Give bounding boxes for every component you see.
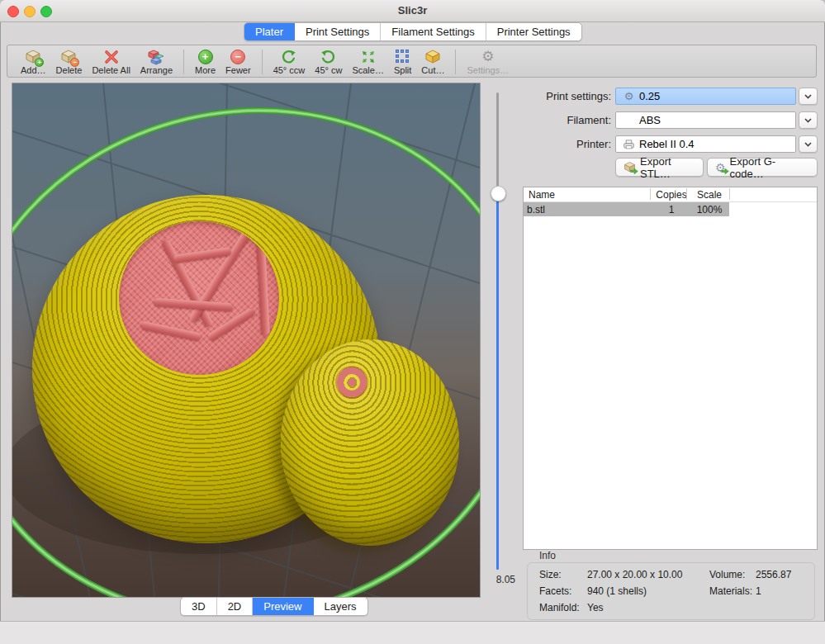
export-stl-button[interactable]: Export STL… <box>615 158 704 177</box>
facets-value: 940 (1 shells) <box>587 585 647 597</box>
column-divider[interactable] <box>686 188 687 200</box>
object-row-selected[interactable]: b.stl 1 100% <box>524 202 729 216</box>
tab-filament-settings[interactable]: Filament Settings <box>381 23 486 40</box>
tab-plater[interactable]: Plater <box>244 23 295 40</box>
column-divider[interactable] <box>729 188 730 200</box>
column-header-name[interactable]: Name <box>529 189 555 201</box>
split-button[interactable]: Split <box>394 48 411 75</box>
status-bar <box>0 621 825 644</box>
split-label: Split <box>394 65 411 75</box>
tab-2d[interactable]: 2D <box>217 598 254 615</box>
column-header-copies[interactable]: Copies <box>654 189 689 201</box>
rotate-cw-label: 45° cw <box>315 65 342 75</box>
filament-dropdown-button[interactable] <box>799 111 818 129</box>
delete-all-x-icon <box>104 48 119 65</box>
filament-select[interactable]: ABS <box>615 111 796 129</box>
size-value: 27.00 x 20.00 x 10.00 <box>587 569 682 580</box>
more-label: More <box>195 65 216 75</box>
printer-icon <box>623 139 635 149</box>
tab-print-settings[interactable]: Print Settings <box>295 23 381 40</box>
infill-strut <box>173 247 232 263</box>
scale-label: Scale… <box>352 65 384 75</box>
green-arrow-icon <box>721 168 729 175</box>
tab-layers[interactable]: Layers <box>314 598 367 615</box>
printer-value: Rebel II 0.4 <box>639 138 695 150</box>
layer-height-value: 8.05 <box>477 574 515 585</box>
export-gcode-button[interactable]: ⚙ Export G-code… <box>707 158 818 177</box>
slic3r-window: Slic3r Plater Print Settings Filament Se… <box>0 0 825 644</box>
cut-button[interactable]: Cut… <box>421 48 444 75</box>
filament-value: ABS <box>639 114 661 126</box>
delete-all-label: Delete All <box>92 65 130 75</box>
main-tab-bar: Plater Print Settings Filament Settings … <box>244 22 582 41</box>
layer-slider-thumb[interactable] <box>491 186 506 201</box>
tab-preview[interactable]: Preview <box>253 598 313 615</box>
infill-strut <box>140 320 202 341</box>
volume-label: Volume: <box>709 569 745 580</box>
plater-toolbar: + Add… − Delete Delete All <box>7 45 817 78</box>
rotate-ccw-button[interactable]: 45° ccw <box>273 48 306 75</box>
sliced-model-small-dome[interactable] <box>281 339 459 546</box>
scale-arrows-icon <box>361 48 376 65</box>
settings-label: Settings… <box>467 65 509 75</box>
delete-button[interactable]: − Delete <box>56 48 83 75</box>
arrange-cubes-icon <box>148 48 164 65</box>
cut-box-icon <box>424 48 441 65</box>
layer-slider-fill <box>496 192 499 570</box>
column-divider[interactable] <box>650 188 651 200</box>
title-bar: Slic3r <box>0 0 825 22</box>
info-panel: Size: 27.00 x 20.00 x 10.00 Volume: 2556… <box>527 562 815 620</box>
arrange-button[interactable]: Arrange <box>140 48 173 75</box>
print-settings-value: 0.25 <box>639 90 660 102</box>
3d-preview-viewport[interactable] <box>12 83 481 598</box>
green-arrow-icon <box>630 168 638 175</box>
object-copies: 1 <box>654 204 689 215</box>
rotate-cw-icon <box>320 48 336 65</box>
materials-label: Materials: <box>709 585 752 597</box>
tab-3d[interactable]: 3D <box>181 598 217 615</box>
export-stl-icon <box>623 161 636 173</box>
printer-select[interactable]: Rebel II 0.4 <box>615 135 796 153</box>
print-settings-select[interactable]: ⚙ 0.25 <box>615 88 796 105</box>
chevron-down-icon <box>804 94 812 99</box>
object-scale: 100% <box>690 204 728 215</box>
printer-label: Printer: <box>516 138 611 150</box>
more-button[interactable]: + More <box>195 48 216 75</box>
rotate-cw-button[interactable]: 45° cw <box>315 48 342 75</box>
toolbar-separator <box>183 50 184 74</box>
infill-strut <box>206 307 256 342</box>
info-section-title: Info <box>539 550 556 561</box>
cut-label: Cut… <box>421 65 444 75</box>
toolbar-separator <box>262 50 263 74</box>
fewer-button[interactable]: − Fewer <box>225 48 251 75</box>
chevron-down-icon <box>804 142 812 147</box>
fewer-minus-icon: − <box>230 48 245 65</box>
delete-box-icon: − <box>60 48 77 65</box>
gear-icon: ⚙ <box>623 91 635 102</box>
tab-printer-settings[interactable]: Printer Settings <box>486 23 581 40</box>
infill-strut <box>257 244 270 335</box>
facets-label: Facets: <box>539 585 571 597</box>
export-gcode-icon: ⚙ <box>715 162 726 173</box>
add-label: Add… <box>21 65 46 75</box>
infill-top-small <box>337 367 367 397</box>
add-box-icon: + <box>25 48 41 65</box>
print-settings-dropdown-button[interactable] <box>799 88 818 105</box>
scale-button[interactable]: Scale… <box>352 48 384 75</box>
chevron-down-icon <box>804 118 812 123</box>
delete-all-button[interactable]: Delete All <box>92 48 130 75</box>
fewer-label: Fewer <box>225 65 251 75</box>
object-list-header: Name Copies Scale <box>524 187 817 202</box>
view-mode-tab-bar: 3D 2D Preview Layers <box>180 597 368 616</box>
toolbar-separator <box>455 50 456 74</box>
more-plus-icon: + <box>198 48 213 65</box>
object-list-table[interactable]: Name Copies Scale b.stl 1 100% <box>523 187 818 550</box>
volume-value: 2556.87 <box>756 569 791 580</box>
split-dots-icon <box>396 48 410 65</box>
printer-dropdown-button[interactable] <box>799 135 818 153</box>
export-stl-label: Export STL… <box>640 155 695 180</box>
column-header-scale[interactable]: Scale <box>690 189 728 201</box>
settings-button[interactable]: ⚙ Settings… <box>467 48 509 75</box>
materials-value: 1 <box>756 585 761 597</box>
add-button[interactable]: + Add… <box>21 48 46 75</box>
